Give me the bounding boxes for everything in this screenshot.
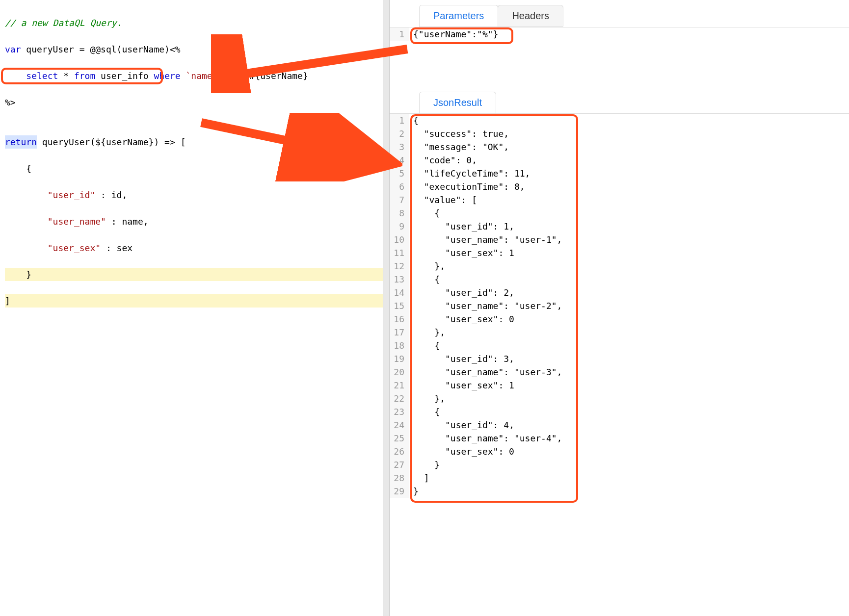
result-line-number: 23 <box>390 405 404 418</box>
result-line: } <box>413 485 562 498</box>
code-comment: // a new DataQL Query. <box>5 18 122 28</box>
result-line-number: 1 <box>390 114 404 127</box>
result-line: "lifeCycleTime": 11, <box>413 167 562 180</box>
param-tab-bar: Parameters Headers <box>419 5 563 27</box>
result-line: "executionTime": 8, <box>413 180 562 193</box>
result-line: ] <box>413 471 562 485</box>
result-line: "user_id": 4, <box>413 418 562 432</box>
result-line: "user_sex": 1 <box>413 246 562 259</box>
result-line: "success": true, <box>413 127 562 140</box>
result-line: }, <box>413 392 562 405</box>
result-line-number: 16 <box>390 312 404 326</box>
result-line: }, <box>413 326 562 339</box>
result-line-number: 3 <box>390 140 404 154</box>
result-line: "value": [ <box>413 193 562 206</box>
result-line: "user_id": 2, <box>413 286 562 299</box>
code-obj-open: { <box>5 162 383 175</box>
result-line-number: 13 <box>390 273 404 286</box>
param-code-content: {"userName":"%"} <box>409 27 498 41</box>
result-line-number: 19 <box>390 352 404 365</box>
result-line-number: 20 <box>390 365 404 379</box>
result-line-number: 8 <box>390 206 404 220</box>
result-line: { <box>413 206 562 220</box>
parameters-editor[interactable]: 1 {"userName":"%"} <box>390 27 849 41</box>
vertical-splitter[interactable] <box>383 0 390 616</box>
result-line: { <box>413 339 562 352</box>
result-line: "code": 0, <box>413 154 562 167</box>
result-line-number: 22 <box>390 392 404 405</box>
result-line-number: 28 <box>390 471 404 485</box>
right-panel: Parameters Headers 1 {"userName":"%"} Js… <box>390 0 849 616</box>
result-line-number: 4 <box>390 154 404 167</box>
result-line-number: 17 <box>390 326 404 339</box>
result-line-number: 6 <box>390 180 404 193</box>
result-line-number: 9 <box>390 220 404 233</box>
result-line: "user_id": 1, <box>413 220 562 233</box>
result-editor[interactable]: 1234567891011121314151617181920212223242… <box>390 113 849 498</box>
result-line: "user_sex": 1 <box>413 379 562 392</box>
result-line: }, <box>413 259 562 273</box>
result-line: { <box>413 405 562 418</box>
result-line-number: 21 <box>390 379 404 392</box>
result-line: "user_name": "user-3", <box>413 365 562 379</box>
dataql-code-editor[interactable]: // a new DataQL Query. var queryUser = @… <box>0 0 383 334</box>
tab-parameters[interactable]: Parameters <box>419 5 498 26</box>
result-line-number: 7 <box>390 193 404 206</box>
result-line: { <box>413 114 562 127</box>
result-code-content: { "success": true, "message": "OK", "cod… <box>409 114 562 498</box>
result-line-number: 27 <box>390 458 404 471</box>
result-gutter: 1234567891011121314151617181920212223242… <box>390 114 409 498</box>
result-section: JsonResult 12345678910111213141516171819… <box>390 92 849 616</box>
code-close-tag: %> <box>5 96 383 109</box>
code-arr-close: ] <box>5 294 383 308</box>
parameters-section: Parameters Headers 1 {"userName":"%"} <box>390 0 849 86</box>
result-line: "user_name": "user-1", <box>413 233 562 246</box>
result-line: { <box>413 273 562 286</box>
result-line: "user_name": "user-2", <box>413 299 562 312</box>
result-line-number: 5 <box>390 167 404 180</box>
tab-headers[interactable]: Headers <box>498 5 563 26</box>
result-line: "user_id": 3, <box>413 352 562 365</box>
result-line: } <box>413 458 562 471</box>
result-line-number: 14 <box>390 286 404 299</box>
result-line: "user_name": "user-4", <box>413 432 562 445</box>
result-line: "user_sex": 0 <box>413 445 562 458</box>
param-gutter: 1 <box>390 27 409 41</box>
result-line-number: 12 <box>390 259 404 273</box>
result-tab-bar: JsonResult <box>419 92 496 113</box>
result-line-number: 2 <box>390 127 404 140</box>
result-line-number: 26 <box>390 445 404 458</box>
result-line-number: 25 <box>390 432 404 445</box>
result-line-number: 15 <box>390 299 404 312</box>
result-line-number: 11 <box>390 246 404 259</box>
result-line-number: 18 <box>390 339 404 352</box>
result-line-number: 10 <box>390 233 404 246</box>
result-line: "message": "OK", <box>413 140 562 154</box>
result-line-number: 29 <box>390 485 404 498</box>
left-code-editor-panel: // a new DataQL Query. var queryUser = @… <box>0 0 383 616</box>
result-line: "user_sex": 0 <box>413 312 562 326</box>
result-line-number: 24 <box>390 418 404 432</box>
tab-jsonresult[interactable]: JsonResult <box>419 92 496 113</box>
code-obj-close: } <box>5 268 383 281</box>
